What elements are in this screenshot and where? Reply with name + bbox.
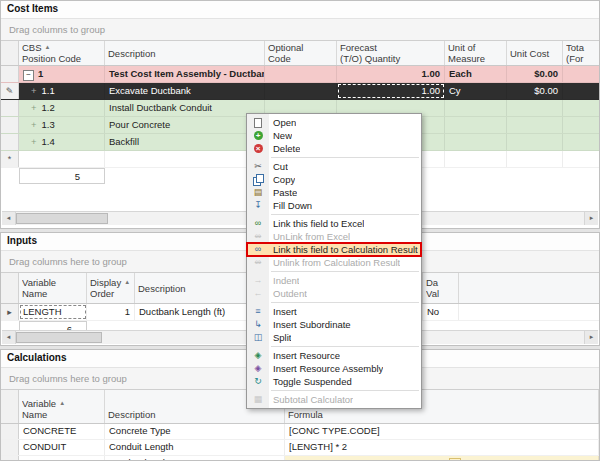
cell-formula[interactable]: [LENGTH] * 2	[285, 440, 599, 455]
column-header-description[interactable]: Description	[105, 41, 265, 65]
cell-display_order[interactable]: 1	[87, 304, 135, 320]
scrollbar-left-arrow-icon[interactable]: ◂	[2, 331, 16, 344]
cell-total[interactable]	[563, 117, 600, 133]
cell-variable_name[interactable]: VOLUME	[19, 456, 105, 461]
menu-item-insert-subordinate[interactable]: ↳Insert Subordinate	[247, 318, 421, 331]
cell-description[interactable]: Ductbank Volume	[105, 456, 285, 461]
menu-item-insert[interactable]: ≡Insert	[247, 305, 421, 318]
cell-description[interactable]: Test Cost Item Assembly - Ductbank	[105, 66, 265, 82]
menu-item-split[interactable]: ◫Split	[247, 331, 421, 344]
scrollbar-thumb[interactable]	[16, 332, 102, 343]
column-header-display-order[interactable]: Display▲Order	[87, 273, 135, 303]
cell-uom[interactable]: Cy	[445, 83, 507, 99]
table-row[interactable]: CONCRETEConcrete Type[CONC TYPE.CODE]	[1, 424, 599, 440]
scrollbar-left-arrow-icon[interactable]: ◂	[2, 212, 16, 225]
cell-total[interactable]	[563, 134, 600, 150]
menu-item-delete[interactable]: ×Delete	[247, 142, 421, 155]
cell-uom[interactable]	[445, 117, 507, 133]
cell-formula[interactable]: [CONC TYPE.CODE]	[285, 424, 599, 439]
column-header-tota-for[interactable]: Tota(For	[563, 41, 600, 65]
menu-item-outdent[interactable]: ←Outdent	[247, 287, 421, 300]
cell-variable_name[interactable]: CONDUIT	[19, 440, 105, 455]
cell-description[interactable]: Conduit Length	[105, 440, 285, 455]
cell-description[interactable]: Concrete Type	[105, 424, 285, 439]
menu-item-link-this-field-to-excel[interactable]: ∞Link this field to Excel	[247, 217, 421, 230]
cell-variable_name[interactable]: CONCRETE	[19, 424, 105, 439]
menu-item-link-this-field-to-calculation-result[interactable]: ∞Link this field to Calculation Result	[247, 243, 421, 256]
asterisk-row-indicator-icon[interactable]: *	[1, 151, 19, 167]
cell-data_validation[interactable]: No	[423, 304, 459, 320]
current-row-indicator-icon[interactable]: ▸	[1, 456, 19, 461]
menu-item-fill-down[interactable]: ↧Fill Down	[247, 199, 421, 212]
cell-code[interactable]: +1.3	[19, 117, 105, 133]
cell-description[interactable]: Pour Concrete	[105, 117, 265, 133]
row-indicator[interactable]	[1, 134, 19, 150]
cell-unit_cost[interactable]: $0.00	[507, 66, 563, 82]
current-row-indicator-icon[interactable]	[1, 424, 19, 439]
column-header-variable-name[interactable]: Variable▲Name	[19, 390, 105, 423]
cell-total[interactable]	[563, 66, 600, 82]
menu-item-subtotal-calculator[interactable]: ▦Subtotal Calculator	[247, 393, 421, 406]
cell-unit_cost[interactable]	[507, 100, 563, 116]
menu-item-paste[interactable]: ▤Paste	[247, 186, 421, 199]
cell-uom[interactable]: Each	[445, 66, 507, 82]
collapse-expander-icon[interactable]: −	[23, 70, 34, 81]
menu-item-unlink-from-excel[interactable]: ∞UnLink from Excel	[247, 230, 421, 243]
cell-description[interactable]: Excavate Ductbank	[105, 83, 265, 99]
column-header-unit-cost[interactable]: Unit Cost	[507, 41, 563, 65]
scrollbar-right-arrow-icon[interactable]: ▸	[584, 331, 598, 344]
column-header-variable-name[interactable]: VariableName	[19, 273, 87, 303]
cell-optional_code[interactable]	[265, 83, 337, 99]
column-header-forecast-t-o-quantity[interactable]: Forecast(T/O) Quantity	[337, 41, 445, 65]
cell-uom[interactable]	[445, 134, 507, 150]
row-indicator[interactable]	[1, 66, 19, 82]
cell-total[interactable]	[563, 151, 600, 167]
cell-optional_code[interactable]	[265, 66, 337, 82]
menu-item-insert-resource[interactable]: ◈Insert Resource	[247, 349, 421, 362]
menu-item-insert-resource-assembly[interactable]: ◈Insert Resource Assembly	[247, 362, 421, 375]
cell-formula[interactable]: [LENGTH] * [WIDTH] * [DEPTH] / 27fx222.2…	[285, 456, 599, 461]
cell-code[interactable]	[19, 151, 105, 167]
menu-item-unlink-from-calculation-result[interactable]: ∞Unlink from Calculation Result	[247, 256, 421, 269]
cell-code[interactable]: +1.2	[19, 100, 105, 116]
scrollbar-right-arrow-icon[interactable]: ▸	[584, 212, 598, 225]
table-row[interactable]: CONDUITConduit Length[LENGTH] * 2	[1, 440, 599, 456]
cell-qty[interactable]: 1.00	[337, 66, 445, 82]
table-row[interactable]: ✎+1.1Excavate Ductbank1.00Cy$0.00	[1, 83, 599, 100]
menu-item-indent[interactable]: →Indent	[247, 274, 421, 287]
cell-variable_name[interactable]: LENGTH	[19, 304, 87, 320]
row-indicator[interactable]	[1, 100, 19, 116]
current-row-indicator-icon[interactable]	[1, 440, 19, 455]
cell-code[interactable]: +1.4	[19, 134, 105, 150]
column-header-da-val[interactable]: DaVal	[423, 273, 459, 303]
pencil-row-indicator-icon[interactable]: ✎	[1, 83, 19, 99]
cell-unit_cost[interactable]	[507, 117, 563, 133]
cell-description[interactable]: Install Ductbank Conduit	[105, 100, 265, 116]
cell-uom[interactable]	[445, 100, 507, 116]
cell-unit_cost[interactable]	[507, 134, 563, 150]
menu-item-copy[interactable]: Copy	[247, 173, 421, 186]
column-header-optional-code[interactable]: OptionalCode	[265, 41, 337, 65]
table-row[interactable]: −1Test Cost Item Assembly - Ductbank1.00…	[1, 66, 599, 83]
menu-item-toggle-suspended[interactable]: ↻Toggle Suspended	[247, 375, 421, 388]
cell-description[interactable]	[105, 151, 265, 167]
table-row[interactable]: ▸VOLUMEDuctbank Volume[LENGTH] * [WIDTH]…	[1, 456, 599, 461]
current-row-indicator-icon[interactable]: ▸	[1, 304, 19, 320]
cell-qty[interactable]: 1.00	[337, 83, 445, 99]
scrollbar-thumb[interactable]	[16, 213, 108, 224]
cell-unit_cost[interactable]	[507, 151, 563, 167]
cell-uom[interactable]	[445, 151, 507, 167]
cell-code[interactable]: +1.1	[19, 83, 105, 99]
menu-item-open[interactable]: Open	[247, 116, 421, 129]
cell-code[interactable]: −1	[19, 66, 105, 82]
column-header-description[interactable]: Description	[135, 273, 247, 303]
menu-item-new[interactable]: +New	[247, 129, 421, 142]
menu-item-cut[interactable]: ✂Cut	[247, 160, 421, 173]
cell-total[interactable]	[563, 83, 600, 99]
cell-description[interactable]: Backfill	[105, 134, 265, 150]
column-header-unit-of-measure[interactable]: Unit ofMeasure	[445, 41, 507, 65]
cell-total[interactable]	[563, 100, 600, 116]
cell-description[interactable]: Ductbank Length (ft)	[135, 304, 247, 320]
column-header-cbs-position-code[interactable]: CBS▲Position Code	[19, 41, 105, 65]
row-indicator[interactable]	[1, 117, 19, 133]
